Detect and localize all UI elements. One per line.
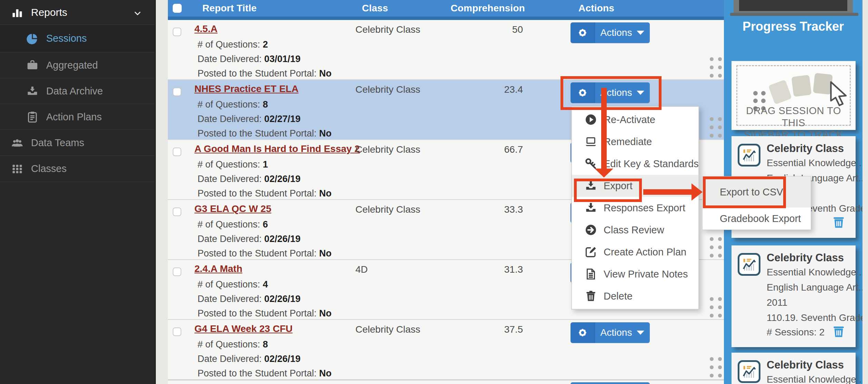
sidebar-item-classes[interactable]: Classes	[0, 156, 155, 182]
archive-download-icon	[26, 84, 39, 98]
menu-item-label: Class Review	[604, 224, 664, 236]
comprehension-cell: 23.4	[454, 84, 523, 95]
pie-chart-icon	[26, 32, 39, 46]
menu-item-delete[interactable]: Delete	[572, 285, 698, 307]
questions-line: # of Questions: 8	[198, 99, 268, 110]
comprehension-cell: 31.3	[454, 264, 523, 275]
menu-item-edit-key-standards[interactable]: Edit Key & Standards	[572, 153, 698, 175]
sidebar-item-reports[interactable]: Reports	[0, 0, 155, 25]
menu-item-label: Re-Activate	[604, 114, 655, 125]
posted-line: Posted to the Student Portal: No	[198, 128, 332, 139]
row-checkbox[interactable]	[173, 208, 181, 216]
trash-icon[interactable]	[831, 214, 846, 230]
row-checkbox[interactable]	[173, 327, 181, 336]
select-all-checkbox[interactable]	[173, 4, 182, 13]
column-header-actions: Actions	[578, 3, 614, 14]
download-icon	[584, 179, 597, 192]
briefcase-icon	[26, 58, 39, 72]
grid-icon	[10, 162, 24, 176]
tv-screen	[739, 0, 847, 11]
sidebar-item-action-plans[interactable]: Action Plans	[0, 104, 155, 130]
sidebar-item-sessions[interactable]: Sessions	[0, 25, 155, 52]
class-card-line: Essential Knowledge ...	[767, 374, 862, 384]
column-header-class: Class	[362, 3, 388, 14]
menu-item-view-private-notes[interactable]: View Private Notes	[572, 263, 698, 285]
actions-button-label: Actions	[600, 27, 632, 38]
row-checkbox[interactable]	[173, 28, 181, 36]
arrow-circle-right-icon	[584, 223, 597, 236]
caret-down-icon	[637, 31, 644, 35]
gear-icon[interactable]	[571, 22, 595, 43]
row-checkbox[interactable]	[173, 148, 181, 156]
class-card-title: Celebrity Class	[767, 252, 844, 264]
menu-item-label: View Private Notes	[604, 269, 688, 280]
actions-button[interactable]: Actions	[571, 22, 650, 43]
bar-chart-icon	[10, 6, 24, 19]
sidebar-item-aggregated[interactable]: Aggregated	[0, 52, 155, 78]
sidebar-item-label: Action Plans	[46, 111, 102, 123]
actions-dropdown-menu: Re-ActivateRemediateEdit Key & Standards…	[571, 106, 699, 310]
menu-item-remediate[interactable]: Remediate	[572, 131, 698, 153]
drag-handle-icon[interactable]	[710, 117, 722, 138]
edit-square-icon	[584, 245, 597, 259]
class-card-line: 2011	[767, 297, 787, 308]
questions-line: # of Questions: 2	[198, 39, 268, 50]
menu-item-responses-export[interactable]: Responses Export	[572, 197, 698, 219]
submenu-item-export-to-csv[interactable]: Export to CSV	[703, 176, 811, 208]
download-icon	[584, 201, 597, 214]
class-cell: Celebrity Class	[355, 144, 420, 155]
questions-line: # of Questions: 4	[198, 279, 268, 290]
questions-line: # of Questions: 6	[198, 219, 268, 230]
class-cell: Celebrity Class	[355, 324, 420, 335]
report-title-link[interactable]: NHES Practice ET ELA	[194, 83, 299, 94]
menu-item-label: Export	[604, 180, 633, 192]
tracked-class-card: Celebrity ClassEssential Knowledge ...En…	[731, 245, 856, 347]
laptop-icon	[584, 135, 597, 148]
date-delivered-line: Date Delivered: 02/26/19	[198, 354, 301, 364]
report-title-link[interactable]: A Good Man Is Hard to Find Essay 2	[194, 143, 360, 154]
dashed-drop-target: DRAG SESSION TO THIS SIDEBAR TO TRACK	[736, 65, 851, 126]
drag-handle-icon[interactable]	[710, 357, 722, 377]
menu-item-label: Delete	[604, 291, 633, 302]
drag-drop-zone[interactable]: DRAG SESSION TO THIS SIDEBAR TO TRACK	[731, 61, 856, 130]
actions-button[interactable]	[571, 382, 650, 384]
trash-icon	[584, 290, 597, 303]
sidebar-item-data-archive[interactable]: Data Archive	[0, 78, 155, 104]
sidebar-item-data-teams[interactable]: Data Teams	[0, 130, 155, 156]
posted-line: Posted to the Student Portal: No	[198, 248, 332, 259]
report-title-link[interactable]: G4 ELA Week 23 CFU	[194, 323, 293, 334]
questions-line: # of Questions: 1	[198, 159, 268, 170]
key-icon	[584, 157, 597, 170]
report-title-link[interactable]: G3 ELA QC W 25	[194, 203, 271, 214]
menu-item-export[interactable]: Export	[572, 175, 698, 197]
report-title-link[interactable]: 4.5.A	[194, 23, 218, 34]
trash-icon[interactable]	[831, 323, 846, 340]
row-checkbox[interactable]	[173, 88, 181, 96]
actions-button-label: Actions	[600, 87, 632, 98]
posted-line: Posted to the Student Portal: No	[198, 188, 332, 199]
menu-item-class-review[interactable]: Class Review	[572, 219, 698, 241]
menu-item-label: Edit Key & Standards	[604, 158, 699, 170]
table-row	[168, 380, 724, 384]
gear-icon[interactable]	[571, 322, 595, 343]
submenu-item-label: Gradebook Export	[720, 213, 801, 224]
row-checkbox[interactable]	[173, 267, 181, 276]
date-delivered-line: Date Delivered: 03/01/19	[198, 54, 301, 64]
users-icon	[10, 136, 24, 150]
caret-down-icon	[637, 91, 644, 95]
actions-button[interactable]: Actions	[571, 82, 650, 103]
panel-title: Progress Tracker	[724, 19, 862, 34]
submenu-item-gradebook-export[interactable]: Gradebook Export	[703, 208, 811, 230]
menu-item-create-action-plan[interactable]: Create Action Plan	[572, 241, 698, 263]
drag-handle-icon[interactable]	[710, 237, 722, 257]
actions-button[interactable]: Actions	[571, 322, 650, 343]
drag-handle-icon[interactable]	[710, 57, 722, 78]
report-title-link[interactable]: 2.4.A Math	[194, 263, 242, 274]
drag-handle-icon[interactable]	[710, 297, 722, 317]
comprehension-cell: 37.5	[454, 324, 523, 335]
table-row: G4 ELA Week 23 CFU# of Questions: 8Date …	[168, 320, 724, 380]
class-chart-icon	[738, 253, 760, 276]
menu-item-re-activate[interactable]: Re-Activate	[572, 109, 698, 131]
gear-icon[interactable]	[571, 82, 595, 103]
class-cell: 4D	[355, 264, 368, 275]
